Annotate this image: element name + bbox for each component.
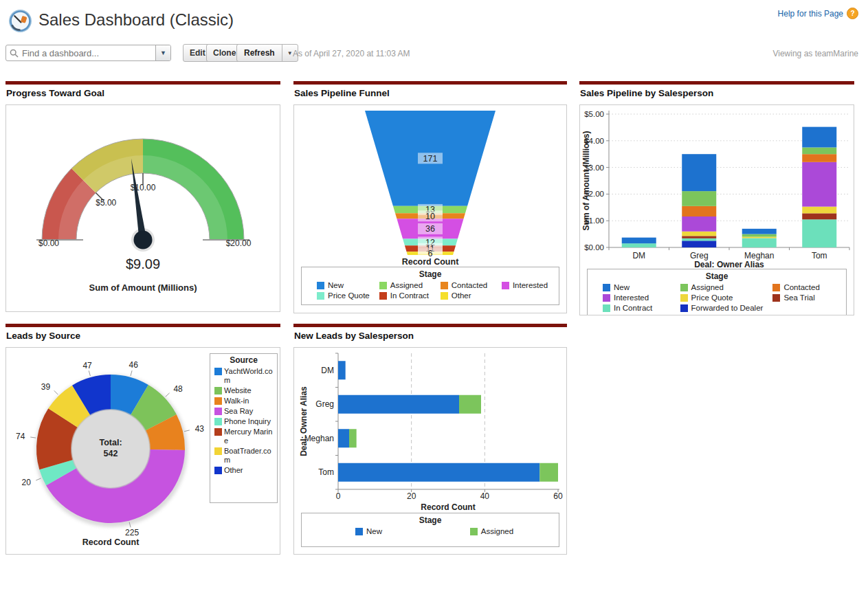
hbar-segment-assigned[interactable] (349, 429, 357, 447)
legend-item-assigned: Assigned (671, 282, 764, 293)
bar-segment-in-contract[interactable] (802, 219, 836, 247)
stacked-bar-legend: StageNewAssignedContactedInterestedPrice… (587, 269, 847, 315)
bar-segment-interested[interactable] (682, 216, 716, 232)
legend-item-boattrader-com: BoatTrader.com (213, 446, 275, 465)
help-for-this-page[interactable]: Help for this Page ? (778, 8, 858, 19)
legend-label: Assigned (481, 527, 513, 536)
gauge-tick-label: $0.00 (38, 238, 59, 248)
hbar-segment-assigned[interactable] (539, 463, 558, 482)
legend-item-walk-in: Walk-in (213, 396, 275, 406)
bar-segment-price-quote[interactable] (802, 207, 836, 214)
legend-title: Stage (307, 515, 553, 525)
x-tick-label: Tom (812, 251, 827, 260)
help-link[interactable]: Help for this Page (778, 9, 843, 19)
hbar-segment-new[interactable] (338, 463, 539, 482)
panel-title: Sales Pipeline by Salesperson (580, 88, 854, 98)
bar-segment-interested[interactable] (802, 162, 836, 207)
x-tick-label: Meghan (744, 251, 774, 260)
y-tick-label: DM (321, 366, 334, 375)
bar-segment-contacted[interactable] (802, 154, 836, 162)
hbar-segment-new[interactable] (338, 395, 459, 414)
legend-swatch (214, 418, 222, 425)
search-icon (10, 49, 19, 58)
hbar-segment-new[interactable] (338, 361, 346, 379)
bar-segment-sea-trial[interactable] (682, 236, 716, 238)
legend-swatch (441, 282, 448, 289)
legend-label: Interested (614, 293, 649, 302)
bar-segment-price-quote[interactable] (742, 236, 777, 238)
y-tick-label: Meghan (304, 434, 334, 443)
hbar-segment-new[interactable] (338, 429, 349, 447)
bar-segment-new[interactable] (682, 154, 716, 191)
panel-accent-bar (5, 81, 280, 85)
bar-segment-assigned[interactable] (742, 234, 777, 237)
legend-label: Website (224, 386, 275, 395)
gauge-chart-container: $0.00$5.00$10.00$20.00$9.09Sum of Amount… (5, 104, 280, 312)
legend-label: Other (224, 466, 275, 475)
panel-progress-toward-goal: Progress Toward Goal $0.00$5.00$10.00$20… (5, 81, 280, 312)
panel-sales-pipeline-funnel: Sales Pipeline Funnel 17113103612116Reco… (293, 81, 567, 313)
bar-segment-sea-trial[interactable] (802, 213, 836, 219)
funnel-value-label: 171 (423, 154, 438, 164)
search-input[interactable] (20, 47, 155, 59)
panel-title: Leads by Source (6, 331, 280, 341)
bar-segment-forwarded-to-dealer[interactable] (682, 241, 716, 247)
bar-segment-in-contract[interactable] (682, 238, 716, 241)
refresh-split-button[interactable]: Refresh ▼ (236, 44, 298, 62)
bar-segment-in-contract[interactable] (742, 238, 777, 247)
legend-swatch (680, 304, 688, 312)
bar-segment-new[interactable] (622, 238, 656, 244)
donut-total-value: 542 (104, 449, 118, 458)
legend-label: New (614, 283, 630, 292)
legend-swatch (502, 282, 509, 289)
hbar-legend: StageNewAssigned (301, 513, 559, 547)
donut-label-line (89, 370, 90, 376)
funnel-chart[interactable]: 17113103612116Record Count (294, 105, 566, 267)
panel-title: Sales Pipeline Funnel (294, 88, 567, 98)
legend-swatch (603, 284, 610, 291)
refresh-button[interactable]: Refresh (237, 45, 282, 61)
chevron-down-icon: ▼ (160, 49, 166, 56)
bar-segment-new[interactable] (742, 229, 777, 234)
last-refresh-timestamp: As of April 27, 2020 at 11:03 AM (293, 49, 410, 58)
donut-value-label: 46 (129, 360, 139, 370)
stacked-bar-chart[interactable]: $0.00$1.00$2.00$3.00$4.00$5.00DMGregMegh… (580, 105, 854, 269)
hbar-segment-assigned[interactable] (459, 395, 481, 414)
legend-item-sea-ray: Sea Ray (213, 406, 275, 416)
legend-label: Interested (513, 281, 548, 290)
legend-label: New (328, 281, 344, 290)
legend-label: Contacted (783, 283, 819, 292)
dashboard-finder-dropdown-button[interactable]: ▼ (155, 45, 170, 60)
gauge-chart[interactable]: $0.00$5.00$10.00$20.00$9.09Sum of Amount… (6, 105, 280, 310)
legend-swatch (680, 284, 688, 291)
viewing-as-label: Viewing as teamMarine (772, 49, 858, 58)
legend-swatch (772, 294, 780, 302)
legend-swatch (603, 294, 610, 302)
legend-label: Sea Ray (224, 407, 275, 416)
panel-accent-bar (579, 81, 854, 85)
gauge-axis-title: Sum of Amount (Millions) (89, 282, 197, 293)
x-tick-label: DM (632, 251, 645, 260)
help-icon[interactable]: ? (847, 8, 858, 19)
bar-segment-assigned[interactable] (682, 191, 716, 206)
legend-item-new: New (593, 282, 671, 293)
legend-label: Price Quote (691, 293, 733, 302)
legend-item-other: Other (431, 291, 492, 301)
legend-item-new: New (307, 526, 430, 537)
hbar-chart-container: 0204060DMGregMeghanTomRecord CountDeal: … (293, 347, 567, 555)
x-tick-label: 60 (553, 491, 563, 501)
legend-item-phone-inquiry: Phone Inquiry (213, 416, 275, 427)
x-axis-title: Deal: Owner Alias (694, 260, 764, 269)
bar-segment-price-quote[interactable] (682, 232, 716, 236)
donut-value-label: 47 (82, 361, 92, 370)
legend-label: Walk-in (224, 397, 275, 405)
donut-value-label: 48 (173, 384, 183, 394)
bar-segment-contacted[interactable] (682, 206, 716, 216)
legend-swatch (470, 528, 478, 535)
hbar-chart[interactable]: 0204060DMGregMeghanTomRecord CountDeal: … (294, 348, 566, 513)
bar-segment-assigned[interactable] (802, 148, 836, 155)
bar-segment-in-contract[interactable] (622, 243, 656, 247)
bar-segment-new[interactable] (802, 127, 836, 148)
legend-title: Stage (307, 269, 553, 279)
dashboard-finder-combobox[interactable]: ▼ (5, 45, 171, 61)
